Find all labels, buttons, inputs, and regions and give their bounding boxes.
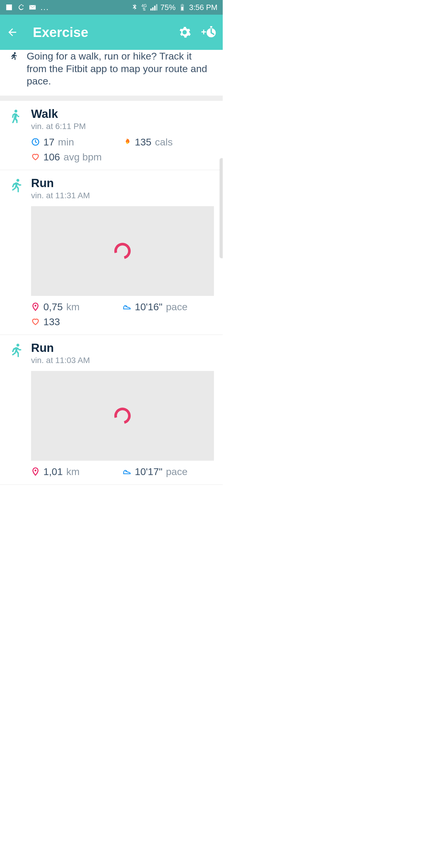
flame-icon xyxy=(123,137,131,146)
stat-value: 10'17" xyxy=(135,466,162,477)
run-icon xyxy=(7,342,23,358)
stat-unit: pace xyxy=(166,466,188,477)
stat-value: 10'16" xyxy=(135,301,162,313)
clock-time: 3:56 PM xyxy=(189,3,218,12)
pin-icon xyxy=(31,302,40,311)
pin-icon xyxy=(31,467,40,476)
app-bar: Exercise + xyxy=(0,15,223,50)
exercise-row[interactable]: Walkvin. at 6:11 PM17min135cals106avg bp… xyxy=(0,101,223,170)
stat-value: 17 xyxy=(43,136,55,148)
picture-icon xyxy=(5,3,13,11)
stat-value: 1,01 xyxy=(43,466,63,477)
add-stopwatch-icon[interactable]: + xyxy=(201,25,216,40)
exercise-subtitle: vin. at 11:03 AM xyxy=(31,356,214,365)
more-notifications-icon: ... xyxy=(40,6,49,9)
stat-unit: min xyxy=(58,136,74,148)
shoe-icon xyxy=(123,467,131,476)
stat-unit: cals xyxy=(155,136,173,148)
stat-value: 133 xyxy=(43,316,60,328)
runner-icon xyxy=(9,52,18,61)
walk-icon xyxy=(7,108,23,124)
exercise-title: Run xyxy=(31,341,214,354)
stat-value: 106 xyxy=(43,151,60,163)
svg-text:+: + xyxy=(201,27,206,37)
scroll-handle[interactable] xyxy=(220,158,223,258)
bluetooth-icon xyxy=(131,3,138,11)
status-bar: ... 4G ⇅ 75% 3:56 PM xyxy=(0,0,223,15)
stat-flame: 135cals xyxy=(123,136,214,148)
page-title: Exercise xyxy=(33,24,168,40)
exercise-subtitle: vin. at 6:11 PM xyxy=(31,122,214,131)
run-icon xyxy=(7,178,23,193)
stat-shoe: 10'17"pace xyxy=(123,466,214,477)
clock-icon xyxy=(31,137,40,146)
stat-unit: km xyxy=(66,466,79,477)
heart-icon xyxy=(31,153,40,161)
gear-icon[interactable] xyxy=(178,26,191,39)
loading-spinner-icon xyxy=(111,404,134,427)
battery-percent: 75% xyxy=(160,3,175,12)
exercise-title: Walk xyxy=(31,107,214,121)
heart-icon xyxy=(31,317,40,326)
shoe-icon xyxy=(123,302,131,311)
stat-heart: 106avg bpm xyxy=(31,151,123,163)
stat-clock: 17min xyxy=(31,136,123,148)
stat-unit: avg bpm xyxy=(64,151,102,163)
stat-value: 0,75 xyxy=(43,301,63,313)
stat-unit: km xyxy=(66,301,79,313)
exercise-title: Run xyxy=(31,177,214,190)
back-arrow-icon[interactable] xyxy=(6,26,18,38)
stat-unit: pace xyxy=(166,301,188,313)
map-placeholder xyxy=(31,206,214,296)
loading-spinner-icon xyxy=(111,240,134,262)
mail-icon xyxy=(29,3,36,11)
section-divider xyxy=(0,96,223,101)
stat-pin: 1,01km xyxy=(31,466,123,477)
stat-heart: 133 xyxy=(31,316,123,328)
sync-icon xyxy=(17,3,25,11)
exercise-row[interactable]: Runvin. at 11:31 AM0,75km10'16"pace133 xyxy=(0,170,223,335)
signal-icon xyxy=(150,3,157,11)
stat-pin: 0,75km xyxy=(31,301,123,313)
network-type-label: 4G ⇅ xyxy=(141,4,147,11)
svg-rect-2 xyxy=(210,26,212,28)
exercise-subtitle: vin. at 11:31 AM xyxy=(31,191,214,200)
info-banner-text: Going for a walk, run or hike? Track it … xyxy=(27,50,214,87)
svg-point-3 xyxy=(14,52,16,54)
stat-shoe: 10'16"pace xyxy=(123,301,214,313)
info-banner[interactable]: Going for a walk, run or hike? Track it … xyxy=(0,50,223,96)
stat-value: 135 xyxy=(135,136,152,148)
battery-icon xyxy=(178,3,186,11)
map-placeholder xyxy=(31,371,214,461)
exercise-row[interactable]: Runvin. at 11:03 AM1,01km10'17"pace xyxy=(0,335,223,485)
